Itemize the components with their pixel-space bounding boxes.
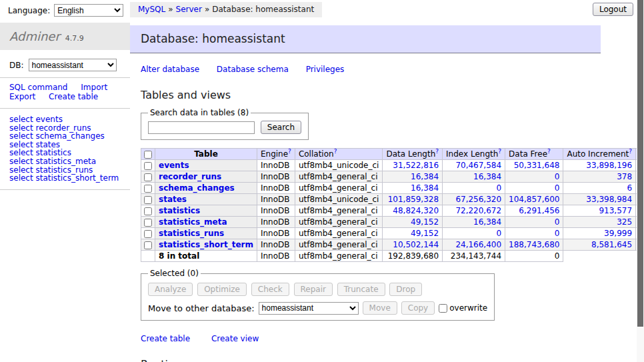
help-icon[interactable]: ? (435, 148, 439, 155)
table-name-link[interactable]: statistics_runs (159, 229, 224, 238)
language-select[interactable]: English (54, 4, 123, 17)
total-data-length: 192,839,680 (383, 251, 443, 262)
table-name-link[interactable]: statistics_short_term (159, 240, 253, 249)
help-icon[interactable]: ? (288, 148, 291, 155)
table-name-link[interactable]: statistics_meta (159, 217, 227, 227)
data-length-cell: 10,502,144 (383, 239, 443, 251)
table-name-cell: statistics_meta (155, 217, 257, 228)
search-button[interactable]: Search (261, 121, 301, 134)
row-checkbox[interactable] (144, 230, 152, 238)
sidebar-link-import[interactable]: Import (81, 83, 107, 92)
index-length-link[interactable]: 16,384 (473, 217, 501, 227)
sidebar-item-select-events[interactable]: select events (9, 115, 121, 124)
breadcrumb-mysql[interactable]: MySQL (138, 5, 165, 14)
drop-button[interactable]: Drop (389, 283, 422, 296)
index-length-link[interactable]: 24,166,400 (455, 240, 501, 249)
table-name-link[interactable]: statistics (159, 206, 200, 215)
table-name-link[interactable]: events (159, 161, 189, 170)
row-checkbox[interactable] (144, 196, 152, 204)
create-table-link[interactable]: Create table (141, 334, 190, 343)
data-free-link[interactable]: 6,291,456 (519, 206, 559, 215)
db-select[interactable]: homeassistant (29, 59, 117, 71)
help-icon[interactable]: ? (498, 148, 501, 155)
table-name-cell: statistics (155, 205, 257, 217)
auto-increment-link[interactable]: 913,577 (599, 206, 632, 215)
search-input[interactable] (148, 121, 255, 134)
sidebar-link-export[interactable]: Export (9, 92, 35, 101)
data-length-link[interactable]: 10,502,144 (393, 240, 439, 249)
data-length-link[interactable]: 31,522,816 (393, 161, 439, 170)
index-length-link[interactable]: 16,384 (473, 172, 501, 181)
data-free-link[interactable]: 0 (555, 229, 560, 238)
language-label: Language: (8, 6, 50, 15)
data-length-link[interactable]: 16,384 (411, 183, 439, 193)
data-length-link[interactable]: 101,859,328 (388, 195, 439, 204)
create-view-link[interactable]: Create view (211, 334, 259, 343)
logout-button[interactable]: Logout (593, 3, 633, 16)
data-free-link[interactable]: 0 (555, 172, 560, 181)
vertical-scrollbar[interactable] (637, 0, 644, 362)
data-length-link[interactable]: 49,152 (411, 217, 439, 227)
table-name-link[interactable]: schema_changes (159, 183, 235, 193)
row-checkbox[interactable] (144, 207, 152, 215)
index-length-link[interactable]: 67,256,320 (455, 195, 501, 204)
help-icon[interactable]: ? (547, 148, 551, 155)
row-checkbox[interactable] (144, 219, 152, 227)
auto-increment-link[interactable]: 8,581,645 (591, 240, 632, 249)
auto-increment-link[interactable]: 39,999 (604, 229, 632, 238)
database-schema-link[interactable]: Database schema (217, 65, 289, 74)
table-header: Table Engine? Collation? Data Length? In… (141, 149, 644, 160)
scrollbar-thumb[interactable] (637, 0, 643, 327)
index-length-link[interactable]: 0 (496, 229, 501, 238)
data-free-link[interactable]: 0 (555, 183, 560, 193)
data-length-link[interactable]: 48,824,320 (393, 206, 439, 215)
data-length-link[interactable]: 16,384 (411, 172, 439, 181)
help-icon[interactable]: ? (334, 148, 337, 155)
overwrite-checkbox[interactable] (439, 304, 447, 313)
move-button[interactable]: Move (363, 301, 397, 315)
optimize-button[interactable]: Optimize (197, 283, 247, 296)
sidebar-item-select-statistics-short-term[interactable]: select statistics_short_term (9, 174, 121, 183)
help-icon[interactable]: ? (629, 148, 632, 155)
alter-database-link[interactable]: Alter database (141, 65, 199, 74)
sidebar-item-select-statistics-meta[interactable]: select statistics_meta (9, 157, 121, 166)
db-label: DB: (9, 61, 24, 70)
analyze-button[interactable]: Analyze (148, 283, 193, 296)
engine-cell: InnoDB (257, 239, 295, 251)
privileges-link[interactable]: Privileges (306, 65, 345, 74)
data-length-link[interactable]: 49,152 (411, 229, 439, 238)
auto-increment-link[interactable]: 378 (617, 172, 632, 181)
auto-increment-link[interactable]: 6 (627, 183, 632, 193)
select-all-checkbox[interactable] (144, 151, 152, 159)
data-free-link[interactable]: 50,331,648 (514, 161, 560, 170)
sidebar-item-select-schema-changes[interactable]: select schema_changes (9, 132, 121, 141)
data-free-link[interactable]: 188,743,680 (509, 240, 559, 249)
create-links: Create table Create view (141, 334, 590, 343)
breadcrumb-server[interactable]: Server (176, 5, 202, 14)
auto-increment-link[interactable]: 33,398,984 (586, 195, 632, 204)
move-db-select[interactable]: homeassistant (259, 302, 359, 315)
check-button[interactable]: Check (251, 283, 289, 296)
row-checkbox[interactable] (144, 241, 152, 249)
auto-increment-link[interactable]: 33,898,196 (586, 161, 632, 170)
data-free-link[interactable]: 0 (555, 217, 560, 227)
truncate-button[interactable]: Truncate (337, 283, 385, 296)
table-name-link[interactable]: states (159, 195, 187, 204)
data-free-link[interactable]: 104,857,600 (509, 195, 559, 204)
sidebar-link-sql-command[interactable]: SQL command (9, 83, 67, 92)
index-length-link[interactable]: 0 (496, 183, 501, 193)
index-length-link[interactable]: 70,467,584 (455, 161, 501, 170)
repair-button[interactable]: Repair (294, 283, 333, 296)
table-name-link[interactable]: recorder_runs (159, 172, 221, 181)
index-length-link[interactable]: 72,220,672 (455, 206, 501, 215)
sidebar-link-create-table[interactable]: Create table (49, 92, 98, 101)
row-checkbox[interactable] (144, 162, 152, 170)
copy-button[interactable]: Copy (401, 301, 435, 315)
row-checkbox[interactable] (144, 173, 152, 181)
data-free-cell: 50,331,648 (505, 160, 563, 171)
auto-increment-link[interactable]: 325 (617, 217, 632, 227)
row-checkbox[interactable] (144, 185, 152, 193)
row-checkbox-cell (141, 171, 155, 183)
data-length-cell: 16,384 (383, 171, 443, 183)
table-footer: 8 in total InnoDB utf8mb4_general_ci 192… (141, 251, 644, 262)
